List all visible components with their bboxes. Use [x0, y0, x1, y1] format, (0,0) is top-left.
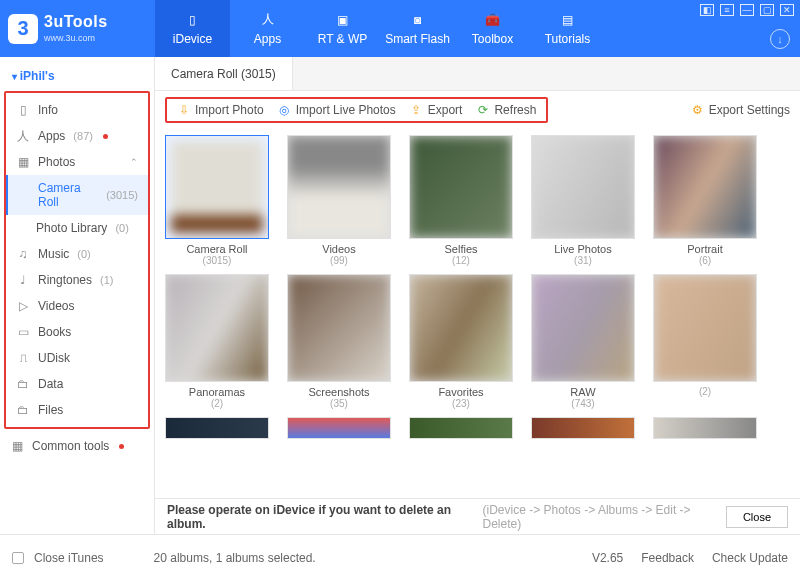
- sidebar-item-files[interactable]: 🗀Files: [6, 397, 148, 423]
- album-count: (743): [571, 398, 594, 409]
- album-card[interactable]: Favorites (23): [409, 274, 513, 409]
- album-label: Videos: [322, 243, 355, 255]
- tab-label: iDevice: [173, 32, 212, 46]
- minimize-icon[interactable]: —: [740, 4, 754, 16]
- album-card[interactable]: Live Photos (31): [531, 135, 635, 266]
- app-header: 3 3uTools www.3u.com ▯ iDevice 人 Apps ▣ …: [0, 0, 800, 57]
- btn-label: Export Settings: [709, 103, 790, 117]
- album-thumb: [653, 135, 757, 239]
- album-grid[interactable]: Camera Roll (3015) Videos (99) Selfies (…: [155, 129, 800, 498]
- sidebar-item-cameraroll[interactable]: Camera Roll (3015): [6, 175, 148, 215]
- sidebar-highlight: ▯Info 人Apps (87) ▦Photos⌃ Camera Roll (3…: [4, 91, 150, 429]
- album-thumb[interactable]: [531, 417, 635, 439]
- import-photo-button[interactable]: ⇩Import Photo: [177, 103, 264, 117]
- tab-label: Smart Flash: [385, 32, 450, 46]
- udisk-icon: ⎍: [16, 351, 30, 365]
- btn-label: Import Photo: [195, 103, 264, 117]
- close-itunes-checkbox[interactable]: [12, 552, 24, 564]
- sidebar-item-info[interactable]: ▯Info: [6, 97, 148, 123]
- album-card[interactable]: Portrait (6): [653, 135, 757, 266]
- top-tabs: ▯ iDevice 人 Apps ▣ RT & WP ◙ Smart Flash…: [155, 0, 605, 57]
- sb-count: (3015): [106, 189, 138, 201]
- tab-smartflash[interactable]: ◙ Smart Flash: [380, 0, 455, 57]
- maximize-icon[interactable]: ▢: [760, 4, 774, 16]
- close-icon[interactable]: ✕: [780, 4, 794, 16]
- album-thumb[interactable]: [653, 417, 757, 439]
- notification-dot: [103, 134, 108, 139]
- device-name[interactable]: iPhil's: [0, 65, 154, 91]
- toolbar-highlight: ⇩Import Photo ◎Import Live Photos ⇪Expor…: [165, 97, 548, 123]
- info-icon: ▯: [16, 103, 30, 117]
- sidebar-item-music[interactable]: ♫Music (0): [6, 241, 148, 267]
- export-button[interactable]: ⇪Export: [410, 103, 463, 117]
- sidebar-item-ringtones[interactable]: ♩Ringtones (1): [6, 267, 148, 293]
- video-icon: ▷: [16, 299, 30, 313]
- album-card[interactable]: Screenshots (35): [287, 274, 391, 409]
- sidebar-item-books[interactable]: ▭Books: [6, 319, 148, 345]
- import-icon: ⇩: [177, 104, 190, 117]
- album-label: Live Photos: [554, 243, 611, 255]
- feedback-link[interactable]: Feedback: [641, 551, 694, 565]
- page-tab[interactable]: Camera Roll (3015): [155, 57, 293, 90]
- sb-count: (87): [73, 130, 93, 142]
- album-thumb[interactable]: [409, 417, 513, 439]
- album-thumb[interactable]: [165, 417, 269, 439]
- album-card[interactable]: Panoramas (2): [165, 274, 269, 409]
- tab-label: Tutorials: [545, 32, 591, 46]
- tab-tutorials[interactable]: ▤ Tutorials: [530, 0, 605, 57]
- toolbox-icon: 🧰: [483, 12, 503, 28]
- notification-dot: [119, 444, 124, 449]
- tab-apps[interactable]: 人 Apps: [230, 0, 305, 57]
- hint-bar: Please operate on iDevice if you want to…: [155, 498, 800, 534]
- music-icon: ♫: [16, 247, 30, 261]
- export-settings-button[interactable]: ⚙Export Settings: [691, 103, 790, 117]
- album-thumb: [409, 274, 513, 382]
- album-card[interactable]: Camera Roll (3015): [165, 135, 269, 266]
- album-card[interactable]: Videos (99): [287, 135, 391, 266]
- sb-label: Videos: [38, 299, 74, 313]
- check-update-link[interactable]: Check Update: [712, 551, 788, 565]
- pin-icon[interactable]: ◧: [700, 4, 714, 16]
- download-icon[interactable]: ↓: [770, 29, 790, 49]
- files-icon: 🗀: [16, 403, 30, 417]
- album-label: Panoramas: [189, 386, 245, 398]
- tab-label: Toolbox: [472, 32, 513, 46]
- sb-label: UDisk: [38, 351, 70, 365]
- album-thumb: [409, 135, 513, 239]
- hint-close-button[interactable]: Close: [726, 506, 788, 528]
- sidebar-item-photolib[interactable]: Photo Library (0): [6, 215, 148, 241]
- flash-icon: ◙: [408, 12, 428, 28]
- album-label: Selfies: [444, 243, 477, 255]
- album-card[interactable]: (2): [653, 274, 757, 409]
- sidebar-item-commontools[interactable]: ▦Common tools: [0, 433, 154, 459]
- logo-icon: 3: [8, 14, 38, 44]
- tab-toolbox[interactable]: 🧰 Toolbox: [455, 0, 530, 57]
- sb-label: Photo Library: [36, 221, 107, 235]
- sidebar-item-apps[interactable]: 人Apps (87): [6, 123, 148, 149]
- import-live-button[interactable]: ◎Import Live Photos: [278, 103, 396, 117]
- toolbar: ⇩Import Photo ◎Import Live Photos ⇪Expor…: [155, 91, 800, 129]
- album-thumb[interactable]: [287, 417, 391, 439]
- refresh-icon: ⟳: [476, 104, 489, 117]
- tab-idevice[interactable]: ▯ iDevice: [155, 0, 230, 57]
- apps-icon: 人: [258, 12, 278, 28]
- album-count: (2): [699, 386, 711, 397]
- sidebar-item-videos[interactable]: ▷Videos: [6, 293, 148, 319]
- sidebar-item-udisk[interactable]: ⎍UDisk: [6, 345, 148, 371]
- sidebar-item-data[interactable]: 🗀Data: [6, 371, 148, 397]
- sb-label: Data: [38, 377, 63, 391]
- album-label: RAW: [570, 386, 595, 398]
- album-count: (23): [452, 398, 470, 409]
- sb-label: Books: [38, 325, 71, 339]
- menu-icon[interactable]: ≡: [720, 4, 734, 16]
- album-card[interactable]: RAW (743): [531, 274, 635, 409]
- album-count: (35): [330, 398, 348, 409]
- status-text: 20 albums, 1 albums selected.: [154, 551, 316, 565]
- refresh-button[interactable]: ⟳Refresh: [476, 103, 536, 117]
- album-card[interactable]: Selfies (12): [409, 135, 513, 266]
- sb-count: (1): [100, 274, 113, 286]
- tab-label: Apps: [254, 32, 281, 46]
- sidebar-item-photos[interactable]: ▦Photos⌃: [6, 149, 148, 175]
- footer: Close iTunes 20 albums, 1 albums selecte…: [0, 534, 800, 581]
- tab-rtwp[interactable]: ▣ RT & WP: [305, 0, 380, 57]
